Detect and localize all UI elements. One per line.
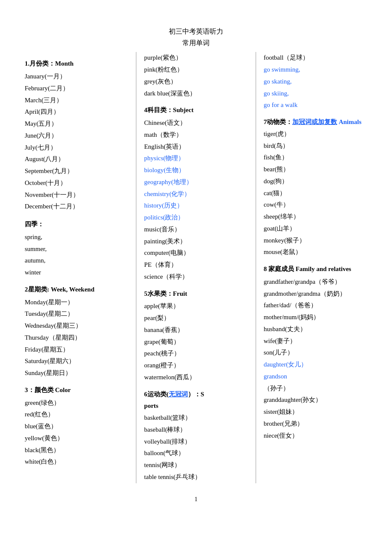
- list-item: September(九月）: [25, 165, 128, 177]
- list-item: grey(灰色）: [144, 76, 248, 88]
- list-item: son(儿子）: [264, 347, 367, 359]
- list-item: table tennis(乒乓球）: [144, 471, 248, 483]
- list-item: June(六月）: [25, 130, 128, 142]
- list-item: sheep(绵羊）: [264, 211, 367, 223]
- list-item: dog(狗）: [264, 176, 367, 188]
- page-number: 1: [17, 496, 375, 503]
- list-item: February(二月）: [25, 83, 128, 95]
- list-item: Monday(星期一）: [25, 297, 128, 309]
- list-item: niece(侄女）: [264, 430, 367, 442]
- list-item: March(三月）: [25, 95, 128, 107]
- page-wrapper: 初三中考英语听力 常用单词 1.月份类：Month January(一月） Fe…: [17, 26, 375, 503]
- list-item: summer,: [25, 243, 128, 255]
- list-item: wife(妻子）: [264, 335, 367, 347]
- list-item: Chinese(语文）: [144, 117, 248, 129]
- list-item: tiger(虎）: [264, 128, 367, 140]
- list-item: goat(山羊）: [264, 223, 367, 235]
- list-item: history(历史）: [144, 200, 248, 212]
- list-item: Sunday(星期日）: [25, 367, 128, 379]
- list-item: brother(兄弟）: [264, 418, 367, 430]
- list-item: go for a walk: [264, 99, 367, 111]
- list-item: husband(丈夫）: [264, 323, 367, 335]
- list-item: daughter(女儿）: [264, 359, 367, 371]
- list-item: December(十二月）: [25, 201, 128, 213]
- section6-label-blue: 无冠词: [169, 391, 188, 398]
- list-item: bear(熊）: [264, 164, 367, 176]
- list-item: white(白色）: [25, 456, 128, 468]
- section3-header: 3：颜色类 Color: [25, 384, 128, 396]
- list-item: black(黑色）: [25, 444, 128, 456]
- list-item: red(红色）: [25, 409, 128, 421]
- list-item: football（足球）: [264, 52, 367, 64]
- list-item: apple(苹果）: [144, 300, 248, 312]
- season-header: 四季：: [25, 219, 128, 231]
- list-item: yellow(黄色）: [25, 433, 128, 444]
- section3-continued: purple(紫色） pink(粉红色） grey(灰色） dark blue(…: [144, 52, 248, 99]
- list-item: Thursday（星期四）: [25, 332, 128, 344]
- section3-items: green(绿色） red(红色） blue(蓝色） yellow(黄色） bl…: [25, 397, 128, 468]
- list-item: Wednesday(星期三）: [25, 320, 128, 332]
- list-item: Saturday(星期六）: [25, 355, 128, 367]
- list-item: pear(梨）: [144, 312, 248, 324]
- section6-label-part2: ）：S: [188, 391, 204, 398]
- list-item: August(八月）: [25, 153, 128, 165]
- list-item: Tuesday(星期二）: [25, 308, 128, 320]
- section6-label-part3: ports: [144, 402, 158, 409]
- list-item: grape(葡萄）: [144, 336, 248, 348]
- section5-items: apple(苹果） pear(梨） banana(香蕉） grape(葡萄） p…: [144, 300, 248, 383]
- list-item: May(五月）: [25, 118, 128, 130]
- list-item: banana(香蕉）: [144, 324, 248, 336]
- list-item: peach(桃子）: [144, 348, 248, 360]
- list-item: father/dad/（爸爸）: [264, 300, 367, 312]
- section8-header: 8 家庭成员 Family and relatives: [264, 263, 367, 275]
- list-item: April(四月）: [25, 106, 128, 118]
- main-content: 1.月份类：Month January(一月） February(二月） Mar…: [17, 52, 375, 483]
- section6-end: football（足球）: [264, 52, 367, 64]
- list-item: go skating,: [264, 76, 367, 88]
- list-item: grandfather/grandpa（爷爷）: [264, 276, 367, 288]
- list-item: math（数学）: [144, 129, 248, 141]
- section7-items: tiger(虎） bird(鸟） fish(鱼） bear(熊） dog(狗） …: [264, 128, 367, 258]
- list-item: spring,: [25, 231, 128, 243]
- page-title: 初三中考英语听力 常用单词: [17, 26, 375, 49]
- list-item: sister(姐妹）: [264, 406, 367, 418]
- list-item: chemistry(化学）: [144, 188, 248, 200]
- list-item: PE（体育）: [144, 259, 248, 271]
- list-item: watermelon(西瓜）: [144, 372, 248, 384]
- list-item: dark blue(深蓝色）: [144, 88, 248, 100]
- section6-label-part1: 6运动类(: [144, 391, 169, 398]
- list-item: physics(物理）: [144, 153, 248, 164]
- list-item: Friday(星期五）: [25, 344, 128, 356]
- list-item: mother/mum/(妈妈）: [264, 312, 367, 323]
- list-item: mouse(老鼠）: [264, 246, 367, 258]
- section1-items: January(一月） February(二月） March(三月） April…: [25, 71, 128, 213]
- list-item: balloon(气球）: [144, 447, 248, 459]
- list-item: politics(政治）: [144, 212, 248, 224]
- list-item: green(绿色）: [25, 397, 128, 409]
- section2-header: 2星期类: Week, Weekend: [25, 284, 128, 296]
- list-item: fish(鱼）: [264, 152, 367, 164]
- section2-items: Monday(星期一） Tuesday(星期二） Wednesday(星期三） …: [25, 297, 128, 379]
- list-item: science（科学）: [144, 271, 248, 283]
- section4-header: 4科目类：Subject: [144, 104, 248, 116]
- list-item: computer(电脑）: [144, 247, 248, 259]
- list-item: basketball(篮球）: [144, 412, 248, 424]
- list-item: granddaughter(孙女）: [264, 394, 367, 406]
- list-item: （孙子）: [264, 383, 367, 395]
- season-items: spring, summer, autumn, winter: [25, 231, 128, 279]
- section1-header: 1.月份类：Month: [25, 58, 128, 70]
- list-item: cat(猫）: [264, 188, 367, 199]
- list-item: monkey(猴子）: [264, 235, 367, 247]
- list-item: baseball(棒球）: [144, 424, 248, 436]
- list-item: music(音乐）: [144, 224, 248, 236]
- list-item: tennis(网球）: [144, 459, 248, 471]
- list-item: cow(牛）: [264, 199, 367, 211]
- list-item: go skiing,: [264, 88, 367, 100]
- list-item: grandmother/grandma（奶奶）: [264, 288, 367, 300]
- list-item: November(十一月）: [25, 189, 128, 201]
- list-item: October(十月）: [25, 177, 128, 189]
- list-item: purple(紫色）: [144, 52, 248, 64]
- section5-header: 5水果类：Fruit: [144, 288, 248, 300]
- column-2: purple(紫色） pink(粉红色） grey(灰色） dark blue(…: [136, 52, 256, 483]
- list-item: English(英语）: [144, 141, 248, 153]
